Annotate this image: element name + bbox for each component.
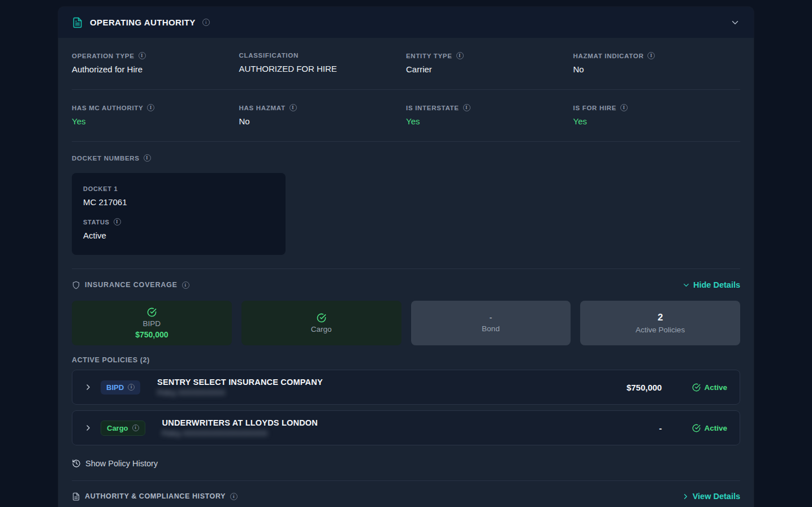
field-label: IS INTERSTATE — [406, 105, 459, 111]
chevron-right-icon[interactable] — [84, 423, 93, 432]
field-label: HAZMAT INDICATOR — [573, 53, 644, 59]
collapse-chevron-icon[interactable] — [730, 18, 740, 28]
section-label: INSURANCE COVERAGE — [85, 281, 178, 289]
info-icon[interactable] — [202, 19, 210, 26]
field-row-1: OPERATION TYPE Authorized for Hire CLASS… — [72, 38, 740, 89]
field-label: HAS HAZMAT — [239, 105, 286, 111]
chevron-down-icon — [682, 281, 690, 289]
active-policies-label: ACTIVE POLICIES (2) — [72, 356, 740, 364]
info-icon[interactable] — [647, 52, 655, 59]
info-icon[interactable] — [132, 424, 139, 431]
authority-compliance-history-section: AUTHORITY & COMPLIANCE HISTORY View Deta… — [72, 481, 740, 507]
active-policies-count: 2 — [658, 312, 663, 323]
info-icon[interactable] — [182, 281, 189, 289]
policy-number-redacted: Policy XXXXXXXXXX — [157, 389, 225, 397]
info-icon[interactable] — [147, 104, 154, 111]
status-badge: Active — [692, 424, 727, 432]
field-value: Yes — [573, 116, 741, 126]
history-clock-icon — [72, 459, 81, 468]
field-value: Authorized for Hire — [72, 64, 239, 74]
panel-header: OPERATING AUTHORITY — [58, 7, 754, 38]
chevron-right-icon — [681, 492, 690, 501]
field-is-for-hire: IS FOR HIRE Yes — [573, 104, 741, 126]
coverage-label: Bond — [482, 324, 500, 333]
field-value: Yes — [406, 116, 573, 126]
section-label: AUTHORITY & COMPLIANCE HISTORY — [85, 492, 226, 500]
coverage-amount: $750,000 — [135, 330, 168, 339]
policy-row-bipd[interactable]: BIPD SENTRY SELECT INSURANCE COMPANY Pol… — [72, 370, 740, 405]
chevron-right-icon[interactable] — [84, 383, 93, 392]
policy-amount: - — [659, 423, 662, 433]
info-icon[interactable] — [620, 104, 628, 111]
coverage-card-bond: - Bond — [411, 301, 571, 345]
field-label: CLASSIFICATION — [239, 52, 299, 59]
operating-authority-panel: OPERATING AUTHORITY OPERATION TYPE Autho… — [58, 7, 754, 507]
field-classification: CLASSIFICATION AUTHORIZED FOR HIRE — [239, 52, 407, 74]
field-label: IS FOR HIRE — [573, 105, 617, 111]
info-icon[interactable] — [128, 384, 135, 391]
check-circle-icon — [147, 307, 157, 317]
coverage-label: Cargo — [311, 325, 332, 333]
panel-title: OPERATING AUTHORITY — [90, 18, 196, 27]
field-hazmat-indicator: HAZMAT INDICATOR No — [573, 52, 741, 74]
field-row-2: HAS MC AUTHORITY Yes HAS HAZMAT No IS IN… — [72, 90, 740, 141]
field-value: AUTHORIZED FOR HIRE — [239, 64, 407, 73]
show-policy-history-link[interactable]: Show Policy History — [72, 445, 740, 480]
policy-number-redacted: Policy XXXXXXXXXXXXXXXXXX — [162, 430, 268, 437]
info-icon[interactable] — [114, 218, 121, 226]
info-icon[interactable] — [139, 52, 146, 59]
field-label: OPERATION TYPE — [72, 53, 135, 59]
document-icon — [72, 17, 83, 28]
info-icon[interactable] — [290, 104, 297, 111]
view-details-link[interactable]: View Details — [681, 492, 740, 501]
docket-number: MC 217061 — [83, 197, 274, 207]
check-circle-icon — [317, 313, 326, 323]
check-circle-icon — [692, 383, 701, 392]
coverage-value: - — [490, 313, 493, 322]
coverage-cards: BIPD $750,000 Cargo - Bond 2 Active Poli… — [72, 301, 740, 345]
info-icon[interactable] — [456, 52, 464, 59]
field-operation-type: OPERATION TYPE Authorized for Hire — [72, 52, 239, 74]
section-label: DOCKET NUMBERS — [72, 155, 140, 162]
docket-card: DOCKET 1 MC 217061 STATUS Active — [72, 173, 286, 255]
policy-type-badge: Cargo — [101, 421, 145, 436]
info-icon[interactable] — [463, 104, 470, 111]
info-icon[interactable] — [230, 493, 237, 500]
status-badge: Active — [692, 383, 727, 392]
docket-label: DOCKET 1 — [83, 185, 118, 192]
docket-numbers-section: DOCKET NUMBERS DOCKET 1 MC 217061 STATUS… — [72, 142, 740, 268]
field-entity-type: ENTITY TYPE Carrier — [406, 52, 573, 74]
field-is-interstate: IS INTERSTATE Yes — [406, 104, 573, 126]
check-circle-icon — [692, 424, 701, 432]
field-value: No — [573, 64, 741, 74]
field-label: ENTITY TYPE — [406, 53, 452, 59]
insurer-name: UNDERWRITERS AT LLOYDS LONDON — [162, 418, 659, 427]
field-label: HAS MC AUTHORITY — [72, 105, 143, 111]
field-value: No — [239, 116, 407, 126]
policy-amount: $750,000 — [627, 383, 662, 392]
insurance-coverage-section: INSURANCE COVERAGE Hide Details BIPD $75… — [72, 269, 740, 480]
shield-icon — [72, 281, 80, 289]
coverage-label: BIPD — [143, 319, 161, 328]
insurer-name: SENTRY SELECT INSURANCE COMPANY — [157, 378, 627, 387]
document-icon — [72, 492, 80, 501]
field-value: Yes — [72, 116, 239, 126]
policy-type-badge: BIPD — [101, 380, 140, 395]
status-label: STATUS — [83, 219, 110, 226]
docket-status: Active — [83, 231, 274, 240]
field-has-hazmat: HAS HAZMAT No — [239, 104, 407, 126]
coverage-card-active-policies: 2 Active Policies — [580, 301, 740, 345]
field-has-mc-authority: HAS MC AUTHORITY Yes — [72, 104, 239, 126]
coverage-label: Active Policies — [636, 326, 685, 334]
coverage-card-cargo: Cargo — [241, 301, 401, 345]
info-icon[interactable] — [144, 154, 151, 162]
field-value: Carrier — [406, 64, 573, 74]
policy-row-cargo[interactable]: Cargo UNDERWRITERS AT LLOYDS LONDON Poli… — [72, 410, 740, 445]
hide-details-link[interactable]: Hide Details — [682, 280, 740, 289]
coverage-card-bipd: BIPD $750,000 — [72, 301, 232, 345]
